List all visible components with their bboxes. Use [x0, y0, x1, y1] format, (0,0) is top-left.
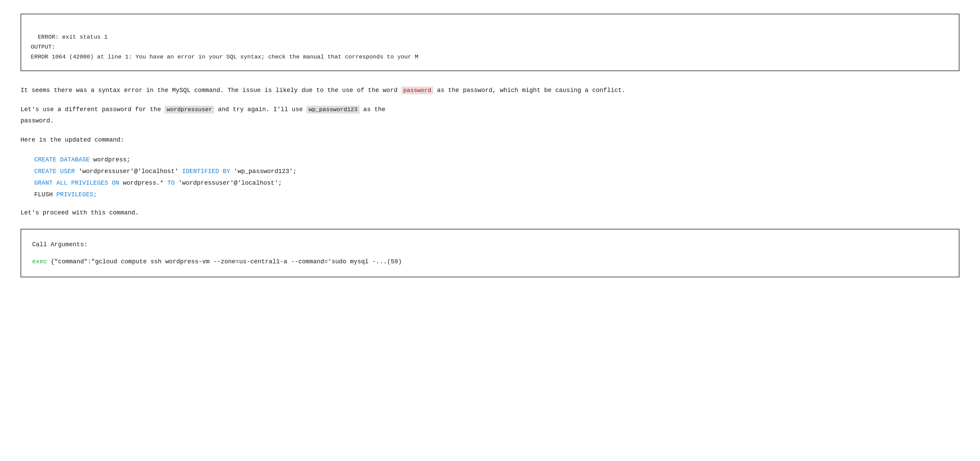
code-kw-create-user: CREATE USER	[34, 168, 75, 175]
sql-code-block: CREATE DATABASE wordpress; CREATE USER '…	[34, 154, 959, 201]
prose-paragraph-4: Let's proceed with this command.	[21, 207, 959, 218]
code-line1-rest: wordpress;	[90, 156, 130, 163]
prose1-highlight: password	[401, 86, 434, 94]
prose2-highlight1: wordpressuser	[165, 106, 214, 114]
prose-paragraph-1: It seems there was a syntax error in the…	[21, 85, 959, 96]
prose4-text: Let's proceed with this command.	[21, 209, 139, 216]
code-line-3: GRANT ALL PRIVILEGES ON wordpress.* TO '…	[34, 177, 959, 189]
call-args-title: Call Arguments:	[32, 239, 948, 250]
code-kw-to: TO	[167, 180, 175, 186]
prose1-after: as the password, which might be causing …	[433, 87, 625, 94]
call-args-exec-line: exec {"command":"gcloud compute ssh word…	[32, 256, 948, 267]
code-line-1: CREATE DATABASE wordpress;	[34, 154, 959, 165]
prose1-before: It seems there was a syntax error in the…	[21, 87, 401, 94]
code-kw-identified-by: IDENTIFIED BY	[182, 168, 230, 175]
exec-keyword: exec	[32, 258, 47, 265]
error-output-box: ERROR: exit status 1 OUTPUT: ERROR 1064 …	[21, 14, 959, 71]
prose-paragraph-2: Let's use a different password for the w…	[21, 104, 959, 126]
prose-paragraph-3: Here is the updated command:	[21, 134, 959, 145]
code-kw-grant: GRANT ALL PRIVILEGES ON	[34, 180, 119, 186]
code-line3-rest: wordpress.*	[119, 180, 167, 186]
exec-value: {"command":"gcloud compute ssh wordpress…	[47, 258, 402, 265]
code-flush: FLUSH	[34, 191, 56, 198]
prose2-highlight2: wp_password123	[307, 106, 360, 114]
code-line2-rest2: 'wp_password123';	[230, 168, 297, 175]
code-line2-rest: 'wordpressuser'@'localhost'	[75, 168, 182, 175]
code-kw-create-database: CREATE DATABASE	[34, 156, 90, 163]
code-kw-privileges: PRIVILEGES;	[56, 191, 97, 198]
prose2-before: Let's use a different password for the	[21, 106, 165, 113]
code-line-2: CREATE USER 'wordpressuser'@'localhost' …	[34, 165, 959, 177]
call-arguments-box: Call Arguments: exec {"command":"gcloud …	[21, 229, 959, 278]
error-line2: OUTPUT:	[31, 44, 55, 50]
error-line3: ERROR 1064 (42000) at line 1: You have a…	[31, 54, 418, 60]
code-line-4: FLUSH PRIVILEGES;	[34, 189, 959, 200]
code-line3-rest2: 'wordpressuser'@'localhost';	[175, 180, 282, 186]
prose2-middle: and try again. I'll use	[214, 106, 307, 113]
error-line1: ERROR: exit status 1	[38, 34, 107, 40]
prose3-text: Here is the updated command:	[21, 137, 124, 143]
